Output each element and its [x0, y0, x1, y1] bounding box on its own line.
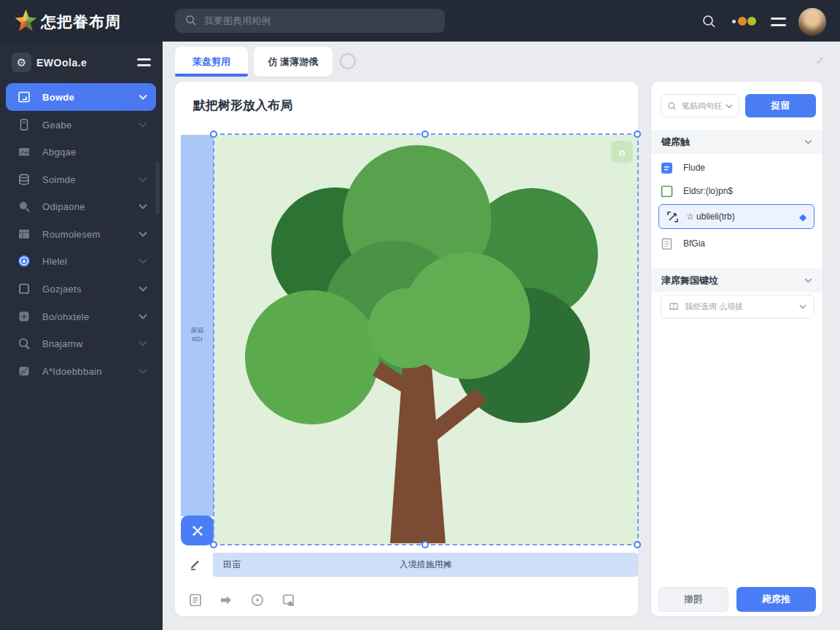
add-tab-icon[interactable]	[340, 53, 356, 69]
sidebar-item-abgqae[interactable]: Abgqae	[6, 138, 156, 166]
canvas-corner-badge[interactable]: n	[611, 141, 633, 163]
blue-layer-icon	[661, 162, 673, 174]
canvas-status-bar: 田亩 入境措施用摊	[213, 553, 638, 577]
selection-handle-top-center[interactable]	[421, 131, 429, 138]
section-title: 键席触	[661, 136, 690, 149]
sidebar-item-label: Geabe	[42, 120, 139, 131]
database-icon	[18, 173, 31, 186]
notes-tool-button[interactable]	[187, 591, 204, 609]
sidebar: ⚙ EWOola.e Bowde Geabe Abgqae Soimde Odi…	[0, 42, 163, 630]
sidebar-item-label: A*Idoebbbain	[42, 366, 139, 377]
green-square-icon	[661, 185, 673, 198]
selection-handle-bottom-left[interactable]	[210, 541, 217, 548]
app-root: 怎把眷布周 ⚙ EWOola.e Bowde Geabe	[0, 0, 840, 630]
sidebar-item-label: Roumolesem	[42, 229, 139, 240]
layer-item-selected[interactable]: ☆ ublieli(trb) ◆	[658, 204, 814, 229]
vector-shape-icon	[666, 211, 679, 223]
selection-handle-top-right[interactable]	[634, 131, 641, 138]
sidebar-item-hlelel[interactable]: Hlelel	[6, 247, 156, 275]
filter-label: 笔筋鸡句狂	[682, 101, 722, 112]
workspace-name: EWOola.e	[36, 57, 87, 69]
layer-label: Flude	[683, 163, 705, 173]
select-placeholder: 我些选佣 么培拔	[685, 301, 743, 312]
sidebar-item-label: Bo/ohxtele	[42, 311, 139, 322]
top-bar: 怎把眷布周	[0, 0, 840, 42]
menu-icon[interactable]	[771, 18, 786, 26]
magnifier-icon	[18, 337, 31, 350]
sidebar-collapse-icon[interactable]	[137, 58, 151, 66]
status-dot-orange	[738, 17, 747, 26]
user-avatar[interactable]	[798, 8, 826, 36]
layer-filter-dropdown[interactable]: 笔筋鸡句狂	[661, 94, 739, 117]
status-dot-small	[732, 20, 736, 23]
chevron-down-icon	[139, 231, 147, 237]
chevron-down-icon	[139, 203, 147, 209]
table-icon	[18, 228, 31, 241]
sidebar-item-label: Bowde	[42, 92, 139, 103]
image-tool-button[interactable]	[280, 591, 298, 609]
search-icon	[185, 15, 196, 26]
chevron-down-icon	[799, 304, 806, 309]
sidebar-item-geabe[interactable]: Geabe	[6, 111, 156, 139]
cancel-button[interactable]: 撤爵	[658, 587, 728, 612]
selection-handle-bottom-right[interactable]	[634, 541, 641, 548]
layer-item-eldsr[interactable]: Eldsr:(lo)pn$	[661, 180, 814, 202]
window-icon	[18, 90, 31, 104]
sidebar-item-label: Gozjaets	[42, 284, 139, 295]
chevron-down-icon	[139, 341, 147, 346]
global-search-input[interactable]	[175, 9, 445, 33]
chevron-down-icon	[804, 139, 812, 144]
layer-item-flude[interactable]: Flude	[661, 157, 814, 179]
selection-handle-top-left[interactable]	[210, 131, 217, 138]
status-dot-lime	[747, 17, 756, 26]
chevron-down-icon	[139, 258, 147, 264]
diamond-icon: ◆	[799, 211, 806, 222]
grid-plus-icon	[18, 310, 31, 323]
chevron-down-icon	[139, 314, 147, 319]
check-icon: ✓	[815, 54, 825, 68]
canvas-tool-button[interactable]	[181, 516, 214, 545]
arrow-flag-icon	[219, 593, 233, 607]
layers-section-header[interactable]: 键席触	[651, 130, 822, 154]
chevron-down-icon	[139, 368, 147, 374]
tab-active[interactable]: 茉盘剪用	[175, 47, 248, 77]
selection-handle-bottom-center[interactable]	[421, 541, 429, 548]
image-icon	[18, 145, 31, 158]
page-title: 默把树形放入布局	[193, 97, 292, 114]
search-icon	[667, 101, 677, 111]
topbar-search-icon[interactable]	[702, 15, 715, 28]
sidebar-item-aidoebbbain[interactable]: A*Idoebbbain	[6, 357, 156, 385]
cross-arrows-icon	[191, 524, 204, 537]
layer-label: Eldsr:(lo)pn$	[683, 186, 733, 196]
confirm-button[interactable]: 毙席推	[736, 587, 816, 612]
chevron-down-icon	[139, 286, 147, 292]
forward-tool-button[interactable]	[217, 591, 235, 609]
sidebar-item-bnajamw[interactable]: Bnajamw	[6, 330, 156, 357]
chevron-down-icon	[726, 104, 733, 109]
layer-label: BfGia	[683, 238, 705, 249]
sidebar-item-bowde[interactable]: Bowde	[6, 83, 156, 111]
sidebar-item-bofohxtele[interactable]: Bo/ohxtele	[6, 303, 156, 330]
capture-button[interactable]: 捉留	[745, 94, 816, 117]
target-tool-button[interactable]	[249, 591, 266, 609]
image-hand-icon	[281, 593, 296, 607]
sidebar-item-roumolesem[interactable]: Roumolesem	[6, 220, 156, 248]
document-icon	[661, 238, 673, 250]
tab-secondary[interactable]: 仿 潇薄游俄	[254, 47, 332, 77]
search-icon	[18, 200, 31, 213]
book-icon	[669, 302, 679, 311]
sidebar-item-label: Bnajamw	[42, 338, 139, 349]
annotate-pen-icon[interactable]	[188, 558, 203, 572]
options-section-header[interactable]: 津席舞国键垃	[651, 268, 822, 292]
document-icon	[188, 593, 203, 607]
layer-item-bfgia[interactable]: BfGia	[661, 233, 814, 254]
ruler-label: 屏箱ItGI	[181, 326, 214, 343]
sidebar-item-soimde[interactable]: Soimde	[6, 166, 156, 193]
options-select[interactable]: 我些选佣 么培拔	[661, 295, 814, 319]
download-circle-icon	[18, 254, 31, 268]
sidebar-item-odipaone[interactable]: Odipaone	[6, 192, 156, 220]
sidebar-item-gozjaets[interactable]: Gozjaets	[6, 275, 156, 303]
active-tab-indicator	[175, 74, 248, 77]
gear-icon[interactable]: ⚙	[12, 52, 31, 72]
photo-icon	[18, 365, 31, 378]
